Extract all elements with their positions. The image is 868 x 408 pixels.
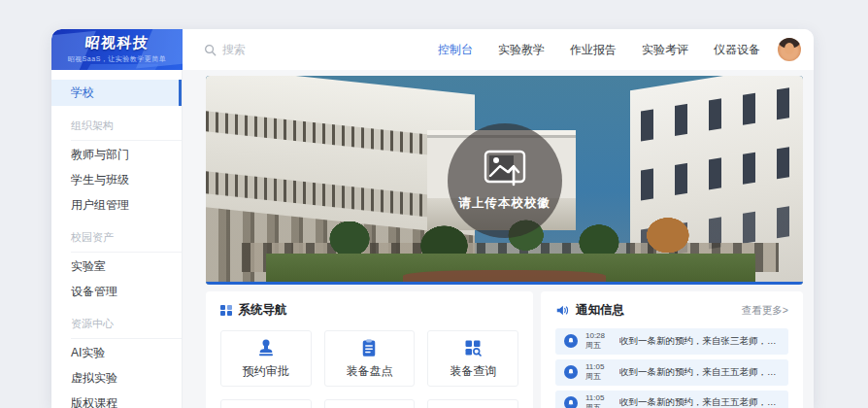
system-navigation-title: 系统导航 <box>239 302 287 319</box>
sidebar-item-school[interactable]: 学校 <box>51 80 182 106</box>
nav-card-label: 预约审批 <box>243 363 289 380</box>
nav-card-equipment-query[interactable]: 装备查询 <box>427 330 518 387</box>
nav-card[interactable] <box>324 399 416 408</box>
stamp-icon <box>256 338 276 357</box>
nav-card[interactable] <box>220 399 312 408</box>
notification-time: 10:28周五 <box>585 331 612 352</box>
nav-card-equipment-inventory[interactable]: 装备盘点 <box>324 330 416 387</box>
bell-icon <box>564 334 578 348</box>
bell-icon <box>564 365 578 379</box>
app-window: 昭视科技 昭视SaaS，让实验教学更简单 搜索 控制台 实验教学 作业报告 实验… <box>51 29 814 408</box>
notification-text: 收到一条新的预约，来自张三老师，预约单号为: Y-0044，请尽快处理。 <box>619 335 780 348</box>
school-banner-photo: 请上传本校校徽 <box>206 76 803 285</box>
top-navigation: 控制台 实验教学 作业报告 实验考评 仪器设备 <box>438 42 760 58</box>
search-icon <box>204 44 217 56</box>
notifications-panel: 通知信息 查看更多> 10:28周五 收到一条新的预约，来自张三老师，预约单号为… <box>541 291 803 408</box>
system-navigation-panel: 系统导航 预约审批 <box>206 291 533 408</box>
upload-hint-text: 请上传本校校徽 <box>458 195 551 212</box>
sidebar-item-students-classes[interactable]: 学生与班级 <box>51 168 182 192</box>
notifications-header: 通知信息 查看更多> <box>555 302 788 319</box>
nav-card-label: 装备查询 <box>450 363 496 380</box>
notification-item[interactable]: 11:05周五 收到一条新的预约，来自王五老师，预约单号为: Y-0056，请尽… <box>555 391 788 408</box>
grid-icon <box>220 305 232 317</box>
tab-instrument-equipment[interactable]: 仪器设备 <box>714 42 760 58</box>
notification-text: 收到一条新的预约，来自王五老师，预约单号为: Y-0056，请尽快处理。 <box>619 366 780 379</box>
sidebar-section-campus-assets: 校园资产 <box>71 227 182 253</box>
tab-experiment-teaching[interactable]: 实验教学 <box>498 42 545 58</box>
banner-bottom-accent <box>206 282 803 285</box>
notification-list: 10:28周五 收到一条新的预约，来自张三老师，预约单号为: Y-0044，请尽… <box>555 328 788 408</box>
sidebar-item-teachers-departments[interactable]: 教师与部门 <box>51 143 182 167</box>
bell-icon <box>564 396 578 408</box>
sidebar-item-virtual-experiment[interactable]: 虚拟实验 <box>51 366 182 391</box>
nav-card-grid-row2 <box>220 399 518 408</box>
notification-item[interactable]: 11:05周五 收到一条新的预约，来自王五老师，预约单号为: Y-0056，请尽… <box>555 359 788 386</box>
view-more-link[interactable]: 查看更多> <box>742 304 788 318</box>
sidebar-item-user-groups[interactable]: 用户组管理 <box>51 193 182 218</box>
notification-time: 11:05周五 <box>585 393 612 408</box>
search-placeholder: 搜索 <box>222 42 246 58</box>
page-background: 昭视科技 昭视SaaS，让实验教学更简单 搜索 控制台 实验教学 作业报告 实验… <box>0 0 868 408</box>
sidebar-section-organization: 组织架构 <box>71 116 182 141</box>
speaker-icon <box>555 304 569 317</box>
notifications-title: 通知信息 <box>576 302 624 319</box>
tab-homework-report[interactable]: 作业报告 <box>570 42 617 58</box>
logo-title: 昭视科技 <box>51 34 183 52</box>
sidebar-item-ai-experiment[interactable]: AI实验 <box>51 341 182 365</box>
tab-console[interactable]: 控制台 <box>438 42 473 58</box>
upload-school-badge-button[interactable]: 请上传本校校徽 <box>448 123 562 238</box>
nav-card-reservation-approval[interactable]: 预约审批 <box>220 330 312 387</box>
notification-time: 11:05周五 <box>585 362 612 383</box>
search-input[interactable]: 搜索 <box>204 42 246 58</box>
grid-search-icon <box>463 338 483 357</box>
main-content: 请上传本校校徽 系统导航 <box>183 70 814 408</box>
notification-item[interactable]: 10:28周五 收到一条新的预约，来自张三老师，预约单号为: Y-0044，请尽… <box>555 328 788 355</box>
sidebar: 学校 组织架构 教师与部门 学生与班级 用户组管理 校园资产 实验室 设备管理 … <box>51 70 183 408</box>
nav-card-label: 装备盘点 <box>346 363 392 380</box>
notification-text: 收到一条新的预约，来自王五老师，预约单号为: Y-0056，请尽快处理。 <box>619 396 780 408</box>
app-logo[interactable]: 昭视科技 昭视SaaS，让实验教学更简单 <box>51 29 183 70</box>
sidebar-item-equipment-management[interactable]: 设备管理 <box>51 280 182 304</box>
image-upload-icon <box>484 150 526 187</box>
nav-card[interactable] <box>427 399 518 408</box>
logo-subtitle: 昭视SaaS，让实验教学更简单 <box>51 54 183 64</box>
clipboard-icon <box>359 338 379 357</box>
nav-card-grid: 预约审批 装备盘点 <box>220 330 518 387</box>
system-navigation-header: 系统导航 <box>220 302 518 319</box>
sidebar-item-laboratory[interactable]: 实验室 <box>51 255 182 279</box>
user-avatar[interactable] <box>778 38 801 61</box>
sidebar-item-licensed-courses[interactable]: 版权课程 <box>51 391 182 408</box>
sidebar-section-resource-center: 资源中心 <box>71 314 182 339</box>
top-bar: 搜索 控制台 实验教学 作业报告 实验考评 仪器设备 <box>183 29 814 70</box>
tab-experiment-evaluation[interactable]: 实验考评 <box>642 42 688 58</box>
dashboard-panels: 系统导航 预约审批 <box>206 291 803 408</box>
